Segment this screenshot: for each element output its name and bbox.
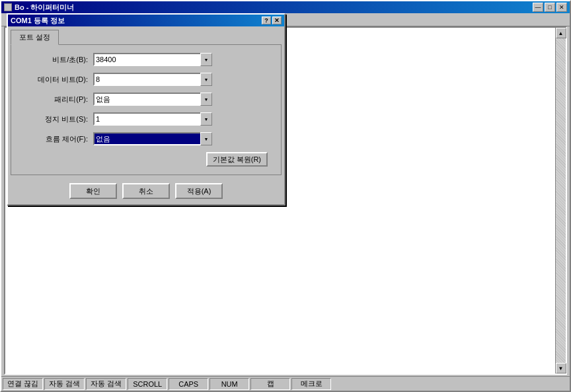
data-bits-select-container: 8 7 6 5 bbox=[93, 73, 212, 86]
apply-button[interactable]: 적용(A) bbox=[175, 183, 223, 199]
scroll-down-button[interactable]: ▼ bbox=[556, 363, 566, 373]
dialog-close-button[interactable]: ✕ bbox=[272, 17, 282, 24]
stop-bits-label: 정지 비트(S): bbox=[22, 114, 88, 124]
parity-row: 패리티(P): 없음 짝수 홀수 bbox=[22, 93, 270, 106]
data-bits-select[interactable]: 8 7 6 5 bbox=[93, 73, 212, 86]
baud-rate-select[interactable]: 38400 9600 19200 57600 115200 bbox=[93, 53, 212, 66]
com1-dialog: COM1 등록 정보 ? ✕ 포트 설정 비트/초(B): 38400 bbox=[7, 13, 286, 206]
title-bar: Bo - 하이퍼터미너 — □ ✕ bbox=[1, 1, 570, 13]
parity-select[interactable]: 없음 짝수 홀수 bbox=[93, 93, 212, 106]
close-button[interactable]: ✕ bbox=[556, 3, 567, 12]
data-bits-label: 데이터 비트(D): bbox=[22, 75, 88, 85]
stop-bits-select-container: 1 1.5 2 bbox=[93, 112, 212, 126]
parity-select-wrap: 없음 짝수 홀수 bbox=[93, 93, 270, 106]
flow-control-select[interactable]: 없음 Xon/Xoff 하드웨어 bbox=[93, 132, 212, 145]
stop-bits-select-wrap: 1 1.5 2 bbox=[93, 112, 270, 126]
stop-bits-select[interactable]: 1 1.5 2 bbox=[93, 112, 212, 126]
app-icon bbox=[4, 3, 12, 11]
data-bits-select-wrap: 8 7 6 5 bbox=[93, 73, 270, 86]
title-bar-text: Bo - 하이퍼터미너 bbox=[4, 3, 74, 13]
flow-control-row: 흐름 제어(F): 없음 Xon/Xoff 하드웨어 bbox=[22, 132, 270, 145]
restore-button-row: 기본값 복원(R) bbox=[22, 152, 270, 167]
main-window: Bo - 하이퍼터미너 — □ ✕ ▲ ▼ COM1 등록 정보 ? ✕ bbox=[0, 0, 571, 392]
flow-control-select-wrap: 없음 Xon/Xoff 하드웨어 bbox=[93, 132, 270, 145]
ok-button[interactable]: 확인 bbox=[69, 183, 117, 199]
window-title: Bo - 하이퍼터미너 bbox=[15, 3, 74, 13]
status-auto-search-1: 자동 검색 bbox=[44, 378, 85, 390]
status-macro: 메크로 bbox=[291, 378, 331, 390]
maximize-button[interactable]: □ bbox=[545, 3, 555, 12]
baud-rate-select-wrap: 38400 9600 19200 57600 115200 bbox=[93, 53, 270, 66]
scrollbar-track bbox=[556, 38, 566, 363]
scroll-up-button[interactable]: ▲ bbox=[556, 28, 566, 38]
title-bar-controls: — □ ✕ bbox=[533, 3, 567, 12]
restore-defaults-button[interactable]: 기본값 복원(R) bbox=[206, 152, 268, 167]
dialog-title-bar: COM1 등록 정보 ? ✕ bbox=[8, 15, 284, 26]
baud-rate-row: 비트/초(B): 38400 9600 19200 57600 115200 bbox=[22, 53, 270, 66]
dialog-title-text: COM1 등록 정보 bbox=[11, 16, 65, 26]
minimize-button[interactable]: — bbox=[533, 3, 543, 12]
status-num: NUM bbox=[209, 378, 249, 390]
cancel-button[interactable]: 취소 bbox=[122, 183, 170, 199]
parity-select-container: 없음 짝수 홀수 bbox=[93, 93, 212, 106]
stop-bits-row: 정지 비트(S): 1 1.5 2 bbox=[22, 112, 270, 126]
dialog-tabs: 포트 설정 bbox=[8, 26, 284, 44]
status-cap: 캡 bbox=[250, 378, 290, 390]
flow-control-label: 흐름 제어(F): bbox=[22, 134, 88, 144]
status-bar: 연결 끊김 자동 검색 자동 검색 SCROLL CAPS NUM 캡 메크로 bbox=[1, 376, 570, 391]
status-caps: CAPS bbox=[169, 378, 208, 390]
port-settings-tab[interactable]: 포트 설정 bbox=[11, 30, 59, 45]
baud-rate-select-container: 38400 9600 19200 57600 115200 bbox=[93, 53, 212, 66]
status-scroll: SCROLL bbox=[128, 378, 167, 390]
parity-label: 패리티(P): bbox=[22, 95, 88, 104]
dialog-title-controls: ? ✕ bbox=[262, 17, 282, 24]
status-connection: 연결 끊김 bbox=[3, 378, 43, 390]
flow-control-select-container: 없음 Xon/Xoff 하드웨어 bbox=[93, 132, 212, 145]
data-bits-row: 데이터 비트(D): 8 7 6 5 bbox=[22, 73, 270, 86]
baud-rate-label: 비트/초(B): bbox=[22, 55, 88, 65]
dialog-content: 비트/초(B): 38400 9600 19200 57600 115200 bbox=[11, 44, 282, 175]
dialog-actions: 확인 취소 적용(A) bbox=[8, 178, 284, 204]
vertical-scrollbar[interactable]: ▲ ▼ bbox=[555, 28, 566, 373]
dialog-help-button[interactable]: ? bbox=[262, 17, 271, 24]
status-auto-search-2: 자동 검색 bbox=[86, 378, 126, 390]
